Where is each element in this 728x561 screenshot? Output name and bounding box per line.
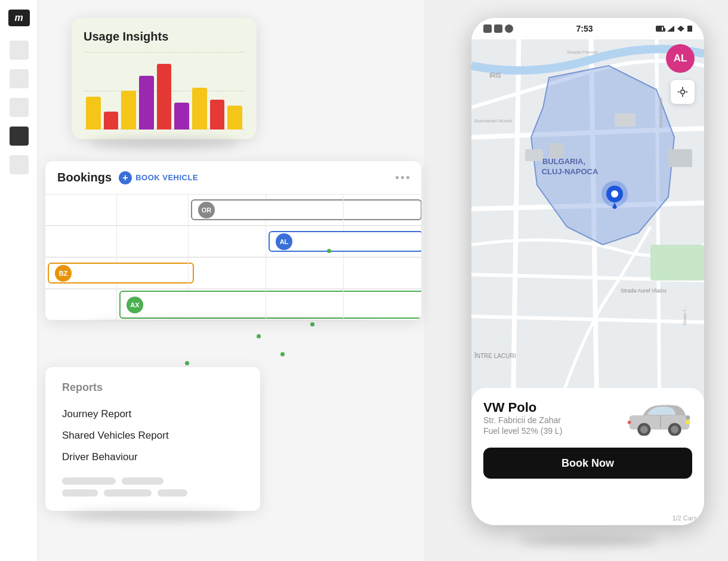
bar-group-1 <box>104 112 119 130</box>
chart-bar-5 <box>174 103 189 130</box>
cell-4-4 <box>266 289 344 320</box>
sim-icon <box>687 26 692 32</box>
report-driver-behaviour[interactable]: Driver Behaviour <box>62 446 243 468</box>
cell-3-4 <box>266 258 344 289</box>
booking-row-3: BZ <box>45 257 421 289</box>
svg-text:Strada Plevnei: Strada Plevnei <box>567 50 598 55</box>
cell-1-3: OR <box>189 195 266 226</box>
svg-text:IRIS: IRIS <box>489 72 501 79</box>
svg-text:CLUJ-NAPOCA: CLUJ-NAPOCA <box>542 167 599 176</box>
bookings-card: Bookings + BOOK VEHICLE OR <box>45 161 421 320</box>
bookings-title: Bookings <box>57 171 112 184</box>
cell-1-2 <box>117 195 189 226</box>
signal-icon <box>667 26 674 32</box>
cell-3-1: BZ <box>45 258 117 289</box>
book-vehicle-button[interactable]: + BOOK VEHICLE <box>119 171 198 184</box>
skeleton-bar-3 <box>62 489 98 497</box>
report-shared-vehicles[interactable]: Shared Vehicles Report <box>62 425 243 446</box>
wifi-icon <box>677 26 684 32</box>
svg-rect-36 <box>686 420 690 424</box>
status-icon-cloud <box>505 24 513 33</box>
svg-point-26 <box>681 90 685 94</box>
bar-group-5 <box>174 103 189 130</box>
svg-text:Strada Aurel Vlaicu: Strada Aurel Vlaicu <box>621 288 667 294</box>
svg-rect-11 <box>549 143 564 158</box>
avatar-bz: BZ <box>55 265 72 282</box>
sidebar: m <box>0 0 38 561</box>
sidebar-item-2[interactable] <box>10 69 29 88</box>
svg-rect-9 <box>650 245 704 280</box>
bar-group-2 <box>121 91 136 130</box>
phone-shadow <box>518 535 658 546</box>
dot-3 <box>406 176 409 179</box>
svg-rect-37 <box>628 421 631 424</box>
bookings-header: Bookings + BOOK VEHICLE <box>45 161 421 194</box>
cell-3-2 <box>117 258 189 289</box>
sidebar-item-1[interactable] <box>10 41 29 60</box>
more-options-button[interactable] <box>396 176 409 179</box>
left-panel: m Usage Insights Bookings + BOOK VEHICLE <box>0 0 424 561</box>
svg-text:Bulevardul Muncii: Bulevardul Muncii <box>474 118 512 124</box>
cell-3-5 <box>344 258 421 289</box>
location-icon <box>677 86 689 98</box>
car-address: Str. Fabricii de Zahar <box>483 415 562 425</box>
booking-row-1: OR <box>45 194 421 226</box>
avatar-or: OR <box>198 202 215 218</box>
bar-group-8 <box>227 106 242 130</box>
reports-skeleton <box>62 477 243 497</box>
dot-2 <box>401 176 404 179</box>
skeleton-row-2 <box>62 489 243 497</box>
svg-text:Strada Fabricii: Strada Fabricii <box>658 97 664 128</box>
bar-group-4 <box>157 64 172 130</box>
map-area[interactable]: IRIS Bulevardul Muncii Strada Fabricii S… <box>471 18 704 400</box>
avatar-ax: AX <box>127 297 143 313</box>
svg-text:Strada T...: Strada T... <box>683 306 687 325</box>
cell-4-5 <box>344 289 421 320</box>
book-now-label: Book Now <box>562 457 614 470</box>
cell-4-3 <box>189 289 266 320</box>
cell-1-4 <box>266 195 344 226</box>
scattered-dot-4 <box>280 352 285 356</box>
cell-3-3 <box>189 258 266 289</box>
car-info-top: VW Polo Str. Fabricii de Zahar Fuel leve… <box>483 400 692 445</box>
grid-line-1 <box>84 52 245 53</box>
chart-bar-2 <box>121 91 136 130</box>
sidebar-item-3[interactable] <box>10 98 29 117</box>
bar-group-6 <box>192 88 207 130</box>
status-bar: 7:53 <box>471 18 704 39</box>
dot-1 <box>396 176 399 179</box>
status-icon-storage <box>494 24 502 33</box>
cell-1-1 <box>45 195 117 226</box>
location-button[interactable] <box>671 80 695 104</box>
svg-point-35 <box>671 426 678 433</box>
cell-2-2 <box>117 226 189 257</box>
phone-wrapper: 7:53 <box>471 18 704 537</box>
map-user-avatar: AL <box>666 44 695 73</box>
phone-frame: 7:53 <box>471 18 704 525</box>
chart-bar-3 <box>139 76 154 130</box>
chart-bar-1 <box>104 112 119 130</box>
car-fuel: Fuel level 52% (39 L) <box>483 426 562 436</box>
book-now-button[interactable]: Book Now <box>483 448 692 479</box>
plus-icon: + <box>119 171 132 184</box>
scattered-dot-3 <box>185 361 189 365</box>
sidebar-logo[interactable]: m <box>8 10 30 26</box>
skeleton-row-1 <box>62 477 243 485</box>
sidebar-item-active[interactable] <box>10 127 29 146</box>
green-dot-1 <box>327 249 331 253</box>
car-svg <box>627 400 692 436</box>
booking-row-2: AL <box>45 226 421 257</box>
svg-rect-10 <box>525 149 543 161</box>
svg-point-39 <box>686 415 690 420</box>
skeleton-bar-5 <box>158 489 187 497</box>
status-time: 7:53 <box>576 24 593 33</box>
map-svg: IRIS Bulevardul Muncii Strada Fabricii S… <box>471 18 704 400</box>
reports-shadow <box>67 510 239 522</box>
sidebar-item-5[interactable] <box>10 155 29 174</box>
svg-text:BULGARIA,: BULGARIA, <box>542 157 585 166</box>
avatar-al: AL <box>276 233 292 250</box>
skeleton-bar-4 <box>104 489 152 497</box>
bar-group-0 <box>86 97 101 130</box>
cell-2-5 <box>344 226 421 257</box>
report-journey[interactable]: Journey Report <box>62 403 243 425</box>
